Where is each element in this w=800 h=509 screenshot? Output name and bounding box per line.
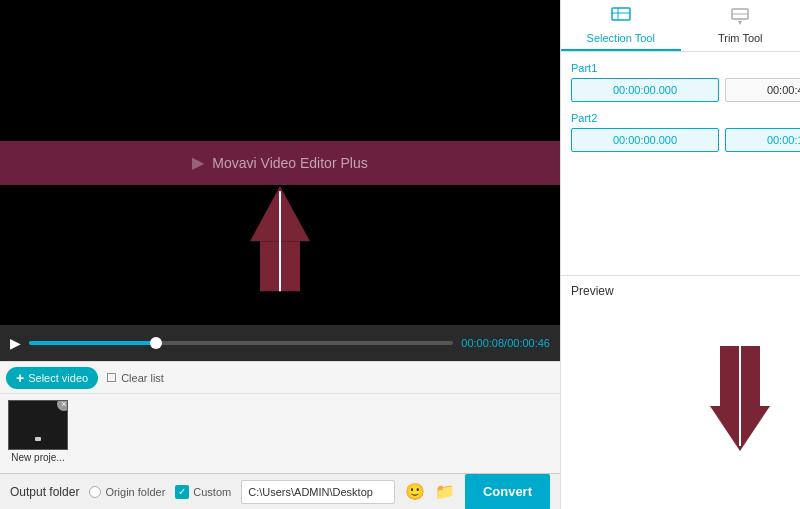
thumbnail-label: New proje... (11, 452, 64, 463)
part2-times: × (571, 128, 790, 152)
right-bottom-area (561, 306, 800, 509)
parts-section: Part1 Part2 × (561, 52, 800, 275)
watermark-bar: ▶ Movavi Video Editor Plus (0, 141, 560, 185)
part2-label: Part2 (571, 112, 790, 124)
custom-checkbox[interactable]: ✓ (175, 485, 189, 499)
file-bar: Select video Clear list (0, 361, 560, 393)
tools-header: Selection Tool Trim Tool (561, 0, 800, 52)
selection-tool-tab[interactable]: Selection Tool (561, 0, 681, 51)
watermark-text: Movavi Video Editor Plus (212, 155, 367, 171)
part2-end-input[interactable] (725, 128, 800, 152)
timeline-progress (29, 341, 156, 345)
video-panel: ▶ Movavi Video Editor Plus (0, 0, 560, 509)
folder-button[interactable]: 📁 (435, 482, 455, 501)
part2-start-input[interactable] (571, 128, 719, 152)
selection-tool-label: Selection Tool (587, 32, 655, 44)
preview-label: Preview (571, 284, 614, 298)
part1-times (571, 78, 790, 102)
output-path-input[interactable] (241, 480, 395, 504)
trim-tool-tab[interactable]: Trim Tool (681, 0, 801, 51)
origin-folder-radio[interactable] (89, 486, 101, 498)
up-arrow (250, 181, 310, 304)
svg-marker-2 (250, 186, 310, 241)
svg-marker-1 (260, 241, 300, 291)
emoji-button[interactable]: 🙂 (405, 482, 425, 501)
selection-tool-icon (610, 5, 632, 30)
time-display: 00:00:08/00:00:46 (461, 337, 550, 349)
output-footer: Output folder Origin folder ✓ Custom 🙂 📁… (0, 473, 560, 509)
trim-tool-label: Trim Tool (718, 32, 763, 44)
thumbnail-close-button[interactable]: × (57, 400, 68, 411)
part1-label: Part1 (571, 62, 790, 74)
output-label: Output folder (10, 485, 79, 499)
part1-end-input[interactable] (725, 78, 800, 102)
right-panel: Selection Tool Trim Tool Part1 (560, 0, 800, 509)
part1-row: Part1 (571, 62, 790, 102)
custom-option[interactable]: ✓ Custom (175, 485, 231, 499)
svg-marker-9 (738, 21, 742, 25)
part2-row: Part2 × (571, 112, 790, 152)
timeline-bar: ▶ 00:00:08/00:00:46 (0, 325, 560, 361)
svg-rect-4 (612, 8, 630, 20)
timeline-track[interactable] (29, 341, 453, 345)
preview-section: Preview (561, 275, 800, 306)
timeline-thumb (150, 337, 162, 349)
clear-list-button[interactable]: Clear list (106, 371, 164, 385)
play-button[interactable]: ▶ (10, 335, 21, 351)
trim-tool-icon (729, 5, 751, 30)
thumbnail-image[interactable]: × (8, 400, 68, 450)
down-arrow (710, 336, 770, 459)
part1-start-input[interactable] (571, 78, 719, 102)
thumbnail-item: × New proje... (8, 400, 68, 463)
origin-folder-option[interactable]: Origin folder (89, 486, 165, 498)
convert-button[interactable]: Convert (465, 474, 550, 510)
thumbnails-area: × New proje... (0, 393, 560, 473)
select-video-button[interactable]: Select video (6, 367, 98, 389)
